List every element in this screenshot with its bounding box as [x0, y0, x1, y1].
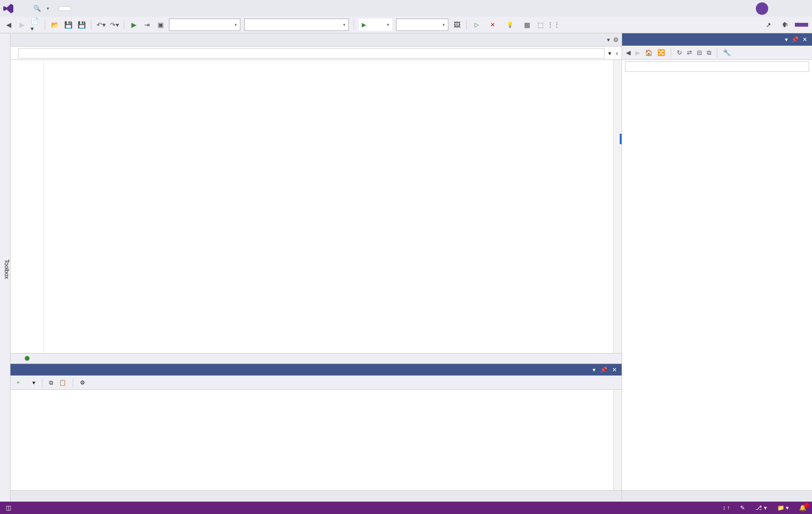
- error-count[interactable]: ✎: [740, 504, 745, 511]
- user-avatar[interactable]: [756, 2, 768, 15]
- redo-icon[interactable]: ↷▾: [109, 20, 119, 30]
- branch-indicator[interactable]: ⎇ ▾: [755, 504, 766, 511]
- search-icon: 🔍: [33, 5, 41, 12]
- config-selector[interactable]: ▾: [244, 19, 349, 31]
- tool-icon-3[interactable]: ⋮⋮: [549, 20, 558, 30]
- sln-bottom-tabs: [622, 490, 812, 502]
- console-output[interactable]: [10, 390, 622, 490]
- maximize-button[interactable]: [788, 7, 798, 10]
- document-tabs: ▾ ⚙: [10, 33, 622, 47]
- screenshot-icon[interactable]: 🖼: [452, 20, 462, 30]
- console-scrollbar[interactable]: [613, 390, 622, 490]
- nav-fwd-icon[interactable]: ▶: [17, 20, 27, 30]
- feedback-icon[interactable]: 🗣: [781, 20, 790, 30]
- start-icon[interactable]: ▶: [129, 20, 139, 30]
- split-icon[interactable]: ⫞: [615, 50, 618, 57]
- tab-settings-icon[interactable]: ⚙: [613, 36, 619, 43]
- toolbox-strip[interactable]: Toolbox: [0, 33, 10, 502]
- sln-sync-icon[interactable]: ⇄: [687, 49, 692, 56]
- sln-toolbar: ◀ ▶ 🏠 🔀 ↻ ⇄ ⊟ ⧉ 🔧: [622, 46, 812, 60]
- profile-chevron-icon[interactable]: ▾: [32, 379, 35, 386]
- open-icon[interactable]: 📂: [50, 20, 59, 30]
- active-document-tab[interactable]: [59, 6, 71, 11]
- search-box[interactable]: 🔍 ▾: [33, 5, 49, 12]
- schema-dropdown-icon[interactable]: ▾: [608, 50, 611, 57]
- close-button[interactable]: [800, 7, 809, 10]
- sln-home-icon[interactable]: 🏠: [645, 49, 653, 56]
- sln-close-icon[interactable]: ✕: [802, 36, 807, 43]
- sln-showall-icon[interactable]: ⧉: [707, 49, 711, 57]
- sln-properties-icon[interactable]: 🔧: [723, 49, 731, 56]
- notifications-icon[interactable]: 🔔: [799, 504, 806, 511]
- nav-count[interactable]: ↕ ↑: [723, 504, 730, 511]
- new-item-icon[interactable]: 📄▾: [30, 20, 40, 30]
- step-icon[interactable]: ⇥: [142, 20, 152, 30]
- terminal-settings-icon[interactable]: ⚙: [80, 379, 85, 386]
- editor-scrollbar[interactable]: [613, 60, 622, 353]
- nav-back-icon[interactable]: ◀: [4, 20, 13, 30]
- sln-search-input[interactable]: [625, 61, 809, 72]
- console-titlebar: ▾ 📌 ✕: [10, 364, 622, 376]
- sln-back-icon[interactable]: ◀: [626, 49, 631, 56]
- schema-input[interactable]: [18, 48, 604, 59]
- liveshare-icon: ↗: [766, 21, 771, 29]
- statusbar: ◫ ↕ ↑ ✎ ⎇ ▾ 📁 ▾ 🔔: [0, 502, 812, 514]
- tool-icon-1[interactable]: ▦: [522, 20, 532, 30]
- console-panel: ▾ 📌 ✕ ＋ ▾ ⧉ 📋 ⚙: [10, 364, 622, 502]
- ok-icon: [25, 356, 30, 361]
- console-close-icon[interactable]: ✕: [612, 366, 617, 373]
- save-icon[interactable]: 💾: [63, 20, 73, 30]
- explain-button[interactable]: 💡: [504, 20, 518, 29]
- file-indicator[interactable]: 📁 ▾: [777, 504, 789, 511]
- vs-status-icon: ◫: [6, 504, 11, 511]
- console-dropdown-icon[interactable]: ▾: [593, 366, 595, 373]
- output-tabs: [10, 490, 622, 502]
- paste-icon[interactable]: 📋: [59, 379, 66, 386]
- add-terminal-icon[interactable]: ＋: [15, 378, 21, 386]
- solution-explorer: ▾ 📌 ✕ ◀ ▶ 🏠 🔀 ↻ ⇄ ⊟ ⧉ 🔧: [622, 33, 812, 502]
- console-toolbar: ＋ ▾ ⧉ 📋 ⚙: [10, 376, 622, 390]
- terminal-icon[interactable]: ▣: [156, 20, 165, 30]
- preview-badge: [795, 23, 808, 27]
- tool-icon-2[interactable]: ⬚: [535, 20, 545, 30]
- sln-collapse-icon[interactable]: ⊟: [697, 49, 702, 56]
- play-icon: ▶: [362, 21, 366, 28]
- sln-titlebar: ▾ 📌 ✕: [622, 33, 812, 46]
- save-all-icon[interactable]: 💾: [77, 20, 86, 30]
- sln-refresh-icon[interactable]: ↻: [677, 49, 682, 56]
- editor-statusbar: [10, 353, 622, 364]
- live-share-button[interactable]: ↗: [763, 20, 776, 30]
- sln-dropdown-icon[interactable]: ▾: [785, 36, 788, 43]
- mode-selector[interactable]: ▾: [396, 19, 448, 31]
- minimize-button[interactable]: [777, 7, 786, 10]
- copy-icon[interactable]: ⧉: [49, 379, 53, 386]
- execute-button[interactable]: ▷: [472, 20, 484, 29]
- sln-switch-view-icon[interactable]: 🔀: [657, 49, 665, 56]
- solution-tree: [622, 73, 812, 490]
- chevron-down-icon: ▾: [47, 6, 49, 11]
- sln-search: [622, 60, 812, 73]
- code-editor[interactable]: [10, 60, 622, 353]
- sln-fwd-icon[interactable]: ▶: [635, 49, 640, 56]
- platform-selector[interactable]: ▾: [169, 19, 240, 31]
- tab-dropdown-icon[interactable]: ▾: [607, 36, 610, 43]
- schema-bar: ▾ ⫞: [10, 47, 622, 60]
- debug-target[interactable]: ▶ ▾: [359, 19, 392, 31]
- window-controls: [777, 7, 809, 10]
- title-bar: 🔍 ▾: [0, 0, 812, 17]
- vs-logo-icon: [3, 3, 14, 14]
- sln-pin-icon[interactable]: 📌: [792, 36, 799, 43]
- main-toolbar: ◀ ▶ 📄▾ 📂 💾 💾 ↶▾ ↷▾ ▶ ⇥ ▣ ▾ ▾ ▶ ▾ ▾ 🖼 ▷ ✕…: [0, 17, 812, 33]
- undo-icon[interactable]: ↶▾: [96, 20, 106, 30]
- console-pin-icon[interactable]: 📌: [600, 366, 607, 373]
- cancel-button[interactable]: ✕: [487, 20, 500, 29]
